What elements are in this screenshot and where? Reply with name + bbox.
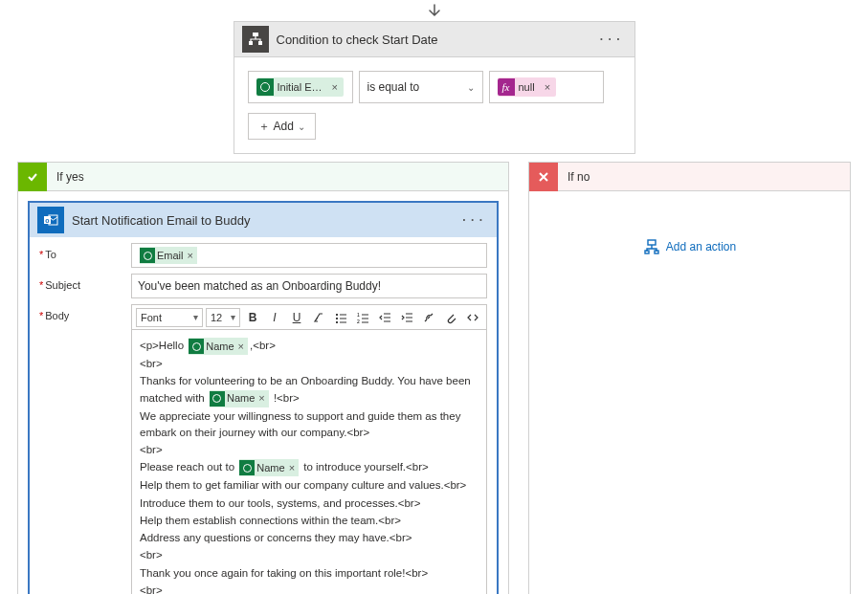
body-line: Introduce them to our tools, systems, an… (140, 495, 479, 512)
plus-icon: ＋ (258, 119, 270, 135)
email-action-header[interactable]: o Start Notification Email to Buddy · · … (30, 203, 497, 237)
condition-right-operand[interactable]: fx null × (489, 71, 604, 103)
token-name[interactable]: Name× (189, 338, 248, 355)
body-line: Help them establish connections within t… (140, 513, 479, 529)
subject-field[interactable]: You've been matched as an Onboarding Bud… (131, 274, 487, 298)
remove-token-icon[interactable]: × (326, 81, 344, 93)
svg-point-7 (336, 318, 338, 319)
condition-icon (242, 26, 269, 53)
body-line: <p>Hello Name×,<br> (140, 338, 479, 355)
flow-arrow-down-icon (0, 0, 868, 21)
remove-token-icon[interactable]: × (184, 250, 197, 261)
font-family-dropdown[interactable]: Font▾ (136, 308, 203, 327)
close-icon (529, 163, 558, 191)
body-line: <br> (140, 583, 479, 594)
body-editor[interactable]: <p>Hello Name×,<br><br>Thanks for volunt… (131, 329, 487, 594)
svg-rect-11 (648, 240, 656, 245)
chevron-down-icon: ⌄ (467, 82, 475, 93)
svg-point-6 (336, 314, 338, 316)
to-label: *To (39, 243, 131, 260)
add-condition-button[interactable]: ＋ Add ⌄ (248, 113, 316, 140)
svg-rect-0 (253, 33, 258, 36)
dataverse-icon (256, 78, 274, 96)
body-line: Please reach out to Name× to introduce y… (140, 459, 479, 476)
bullet-list-button[interactable] (331, 308, 350, 327)
svg-text:1: 1 (357, 312, 360, 318)
clear-format-button[interactable] (309, 308, 328, 327)
condition-menu-button[interactable]: · · · (594, 33, 627, 46)
dataverse-icon (189, 339, 204, 354)
font-size-dropdown[interactable]: 12▾ (206, 308, 240, 327)
svg-rect-12 (645, 251, 649, 253)
italic-button[interactable]: I (265, 308, 284, 327)
to-field[interactable]: Email × (131, 243, 487, 268)
token-null-expression[interactable]: fx null × (498, 77, 557, 97)
email-action-card: o Start Notification Email to Buddy · · … (28, 201, 499, 594)
add-action-button[interactable]: Add an action (539, 201, 840, 293)
token-email[interactable]: Email × (140, 247, 197, 264)
chevron-down-icon: ⌄ (298, 121, 305, 132)
token-initial-e[interactable]: Initial E… × (256, 77, 345, 97)
rich-text-toolbar: Font▾ 12▾ B I U (131, 304, 487, 329)
condition-header[interactable]: Condition to check Start Date · · · (234, 22, 634, 56)
body-line: Help them to get familiar with our compa… (140, 477, 479, 494)
svg-rect-13 (655, 251, 658, 253)
svg-text:2: 2 (357, 319, 360, 324)
dataverse-icon (140, 248, 155, 263)
body-line: <br> (140, 547, 479, 563)
if-yes-branch: If yes o Start Notification Email to Bud… (17, 162, 509, 594)
condition-body: Initial E… × is equal to ⌄ fx null × ＋ A… (234, 56, 634, 153)
dataverse-icon (210, 391, 225, 407)
number-list-button[interactable]: 12 (353, 308, 372, 327)
remove-token-icon[interactable]: × (234, 339, 248, 355)
if-yes-header: If yes (18, 163, 508, 191)
body-label: *Body (39, 304, 131, 321)
subject-label: *Subject (39, 274, 131, 291)
add-action-icon (643, 239, 660, 254)
check-icon (18, 163, 47, 191)
code-view-button[interactable] (463, 308, 482, 327)
outdent-button[interactable] (375, 308, 394, 327)
attach-button[interactable] (441, 308, 460, 327)
remove-token-icon[interactable]: × (255, 390, 268, 407)
svg-rect-1 (249, 41, 253, 45)
svg-text:o: o (45, 217, 49, 224)
condition-operator-dropdown[interactable]: is equal to ⌄ (359, 71, 483, 103)
if-no-header: If no (529, 163, 850, 191)
token-name[interactable]: Name× (239, 459, 299, 476)
body-line: <br> (140, 356, 479, 372)
svg-rect-2 (258, 41, 262, 45)
if-no-branch: If no Add an action (528, 162, 851, 594)
link-button[interactable] (419, 308, 438, 327)
condition-left-operand[interactable]: Initial E… × (248, 71, 353, 103)
condition-title: Condition to check Start Date (277, 33, 594, 47)
dataverse-icon (239, 460, 255, 475)
fx-icon: fx (498, 78, 515, 96)
body-line: <br> (140, 442, 479, 458)
bold-button[interactable]: B (243, 308, 262, 327)
indent-button[interactable] (397, 308, 416, 327)
action-menu-button[interactable]: · · · (456, 213, 489, 227)
branches-container: If yes o Start Notification Email to Bud… (0, 162, 868, 594)
underline-button[interactable]: U (287, 308, 306, 327)
body-line: Address any questions or concerns they m… (140, 530, 479, 546)
token-name[interactable]: Name× (210, 390, 269, 407)
action-title: Start Notification Email to Buddy (72, 213, 456, 228)
condition-card: Condition to check Start Date · · · Init… (234, 21, 635, 154)
body-line: Thank you once again for taking on this … (140, 565, 479, 582)
remove-token-icon[interactable]: × (285, 460, 299, 476)
outlook-icon: o (37, 207, 64, 233)
remove-token-icon[interactable]: × (539, 81, 556, 93)
body-line: Thanks for volunteering to be an Onboard… (140, 373, 479, 407)
svg-point-8 (336, 321, 338, 323)
body-line: We appreciate your willingness to suppor… (140, 408, 479, 442)
